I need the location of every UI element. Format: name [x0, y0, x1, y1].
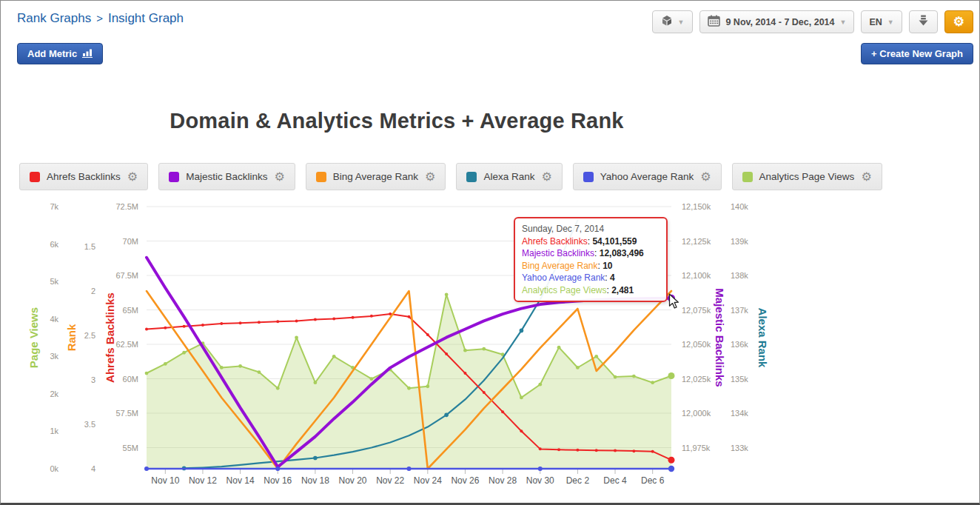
y-tick-label: 55M	[123, 444, 138, 452]
language-label: EN	[869, 17, 882, 27]
breadcrumb-insight-graph-link[interactable]: Insight Graph	[108, 11, 184, 25]
series-ahrefs-backlinks-point	[332, 318, 335, 321]
y-tick-label: 135k	[731, 375, 748, 384]
y-tick-label: 65M	[123, 306, 138, 315]
x-tick-label: Nov 18	[301, 475, 329, 486]
y-tick-label: 137k	[731, 306, 748, 315]
tooltip-row: Yahoo Average Rank: 4	[522, 272, 660, 284]
legend-chip-yahoo-average-rank[interactable]: Yahoo Average Rank ⚙	[573, 163, 722, 190]
gear-icon[interactable]: ⚙	[861, 171, 871, 183]
y-tick-label: 12,050k	[682, 340, 711, 349]
series-ahrefs-backlinks-point	[239, 321, 242, 324]
legend-swatch	[583, 172, 594, 182]
series-analytics-page-views-point	[258, 370, 261, 374]
series-alexa-rank-point	[444, 413, 449, 418]
axis-title-page-views: Page Views	[27, 307, 40, 368]
tooltip-row: Ahrefs Backlinks: 54,101,559	[522, 235, 660, 248]
y-tick-label: 12,075k	[682, 306, 711, 315]
x-tick-label: Nov 30	[526, 475, 554, 486]
series-analytics-page-views-point	[426, 384, 429, 388]
app-window: Nov 10Nov 12Nov 14Nov 16Nov 18Nov 20Nov …	[0, 0, 980, 505]
series-ahrefs-backlinks-point	[314, 318, 317, 321]
series-alexa-rank-point	[520, 329, 524, 333]
create-new-graph-button[interactable]: + Create New Graph	[861, 43, 973, 64]
series-ahrefs-backlinks-point	[595, 449, 598, 452]
chevron-down-icon: ▼	[887, 19, 894, 26]
series-ahrefs-backlinks-point	[463, 372, 466, 375]
series-analytics-page-views-point	[295, 336, 298, 340]
y-tick-label: 7k	[50, 202, 58, 211]
x-tick-label: Nov 28	[489, 475, 517, 486]
gear-icon[interactable]: ⚙	[700, 171, 711, 183]
y-tick-label: 3.5	[84, 420, 95, 429]
y-tick-label: 67.5M	[115, 271, 138, 280]
series-analytics-page-views-point	[520, 396, 523, 400]
download-button[interactable]	[909, 10, 938, 33]
legend-chip-alexa-rank[interactable]: Alexa Rank ⚙	[456, 163, 562, 190]
y-tick-label: 140k	[731, 202, 748, 211]
axis-title-rank: Rank	[65, 324, 78, 351]
bar-chart-icon	[82, 48, 93, 60]
legend-label: Yahoo Average Rank	[600, 171, 694, 182]
tooltip-row-value: 54,101,559	[592, 236, 637, 247]
chart-canvas[interactable]: Nov 10Nov 12Nov 14Nov 16Nov 18Nov 20Nov …	[1, 1, 980, 505]
y-tick-label: 134k	[731, 409, 748, 418]
series-ahrefs-backlinks-point	[145, 328, 148, 331]
legend-chip-majestic-backlinks[interactable]: Majestic Backlinks ⚙	[158, 163, 295, 190]
date-range-label: 9 Nov, 2014 - 7 Dec, 2014	[725, 17, 834, 27]
breadcrumb-rank-graphs-link[interactable]: Rank Graphs	[17, 11, 91, 25]
gear-icon[interactable]: ⚙	[542, 171, 552, 183]
tooltip-row-value: 10	[603, 261, 612, 271]
language-dropdown-button[interactable]: EN ▼	[861, 10, 902, 33]
settings-button[interactable]: ⚙	[944, 10, 973, 33]
series-analytics-page-views-point	[576, 366, 580, 369]
series-ahrefs-backlinks-point	[576, 449, 579, 452]
y-tick-label: 133k	[731, 444, 748, 452]
series-ahrefs-backlinks-point	[295, 319, 298, 322]
legend-label: Analytics Page Views	[759, 171, 855, 182]
legend-label: Ahrefs Backlinks	[47, 171, 121, 182]
y-tick-label: 62.5M	[115, 340, 138, 349]
series-analytics-page-views-point	[557, 346, 561, 350]
series-ahrefs-backlinks-point	[445, 352, 448, 355]
add-metric-button[interactable]: Add Metric	[17, 43, 103, 64]
tooltip-row: Bing Average Rank: 10	[522, 260, 660, 272]
series-ahrefs-backlinks-point	[352, 316, 355, 319]
legend-swatch	[742, 172, 753, 182]
series-ahrefs-backlinks-point	[651, 450, 654, 453]
tooltip-row-value: 12,083,496	[600, 248, 644, 258]
chevron-down-icon: ▼	[840, 19, 847, 26]
y-tick-label: 57.5M	[115, 409, 138, 418]
download-icon	[918, 15, 929, 29]
series-ahrefs-backlinks-point	[557, 448, 560, 451]
chart-title: Domain & Analytics Metrics + Average Ran…	[1, 109, 793, 133]
gear-icon[interactable]: ⚙	[127, 171, 138, 183]
y-tick-label: 138k	[731, 271, 748, 280]
gear-icon[interactable]: ⚙	[274, 171, 284, 183]
module-dropdown-button[interactable]: ▼	[652, 10, 694, 33]
series-ahrefs-backlinks-point	[614, 449, 617, 452]
y-tick-label: 11,975k	[682, 444, 711, 452]
gear-icon[interactable]: ⚙	[425, 171, 435, 183]
legend-swatch	[316, 172, 326, 182]
create-new-graph-label: + Create New Graph	[871, 48, 963, 59]
series-ahrefs-backlinks-point	[501, 410, 504, 413]
x-tick-label: Nov 12	[189, 475, 217, 486]
legend-chip-analytics-page-views[interactable]: Analytics Page Views ⚙	[732, 163, 882, 190]
tooltip-row-label: Ahrefs Backlinks	[522, 236, 588, 247]
tooltip-row-value: 2,481	[611, 285, 634, 295]
toolbar: ▼ 9 Nov, 2014 - 7 Dec, 2014 ▼ EN ▼ ⚙	[652, 10, 973, 33]
legend-chip-bing-average-rank[interactable]: Bing Average Rank ⚙	[306, 163, 446, 190]
series-ahrefs-backlinks-point	[276, 320, 279, 323]
y-tick-label: 2k	[50, 389, 58, 398]
legend-chip-ahrefs-backlinks[interactable]: Ahrefs Backlinks ⚙	[19, 163, 148, 190]
series-ahrefs-backlinks-point	[408, 315, 411, 318]
tooltip-row-value: 4	[610, 272, 615, 283]
legend: Ahrefs Backlinks ⚙ Majestic Backlinks ⚙ …	[19, 163, 882, 190]
series-analytics-page-views-point	[313, 381, 317, 384]
y-tick-label: 136k	[731, 340, 748, 349]
date-range-button[interactable]: 9 Nov, 2014 - 7 Dec, 2014 ▼	[699, 10, 854, 33]
legend-swatch	[30, 172, 40, 182]
add-metric-label: Add Metric	[27, 48, 77, 59]
series-analytics-page-views-point	[238, 364, 242, 368]
